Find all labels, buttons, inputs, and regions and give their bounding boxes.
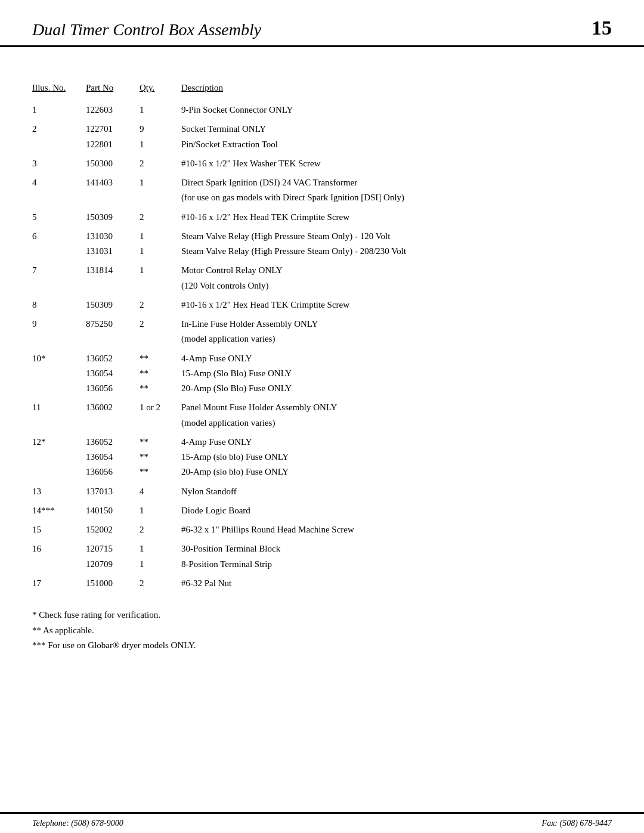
cell-partno xyxy=(86,416,140,431)
cell-qty: 1 xyxy=(140,171,181,190)
cell-partno: 152002 xyxy=(86,518,140,537)
cell-qty: 4 xyxy=(140,480,181,499)
cell-illus xyxy=(32,278,86,293)
footnotes: * Check fuse rating for verification. **… xyxy=(32,608,612,654)
cell-partno: 150309 xyxy=(86,206,140,225)
cell-desc: 9-Pin Socket Connector ONLY xyxy=(181,103,612,117)
cell-qty: 1 xyxy=(140,557,181,572)
cell-partno xyxy=(86,190,140,205)
cell-qty: 1 xyxy=(140,137,181,152)
cell-desc: 20-Amp (slo blo) Fuse ONLY xyxy=(181,465,612,479)
page-container: Dual Timer Control Box Assembly 15 Illus… xyxy=(0,0,644,833)
cell-desc: #10-16 x 1/2" Hex Washer TEK Screw xyxy=(181,152,612,171)
cell-partno xyxy=(86,332,140,346)
cell-desc: #6-32 x 1" Phillips Round Head Machine S… xyxy=(181,518,612,537)
cell-desc: 30-Position Terminal Block xyxy=(181,537,612,556)
cell-qty: 1 xyxy=(140,244,181,259)
col-header-qty: Qty. xyxy=(140,83,181,103)
cell-desc: In-Line Fuse Holder Assembly ONLY xyxy=(181,312,612,332)
cell-desc: Pin/Socket Extraction Tool xyxy=(181,137,612,152)
table-row: 51503092#10-16 x 1/2" Hex Head TEK Crimp… xyxy=(32,206,612,225)
table-row: (model application varies) xyxy=(32,332,612,346)
cell-illus: 8 xyxy=(32,293,86,312)
cell-partno: 136056 xyxy=(86,465,140,479)
cell-partno: 140150 xyxy=(86,499,140,518)
cell-illus: 3 xyxy=(32,152,86,171)
table-row: 151520022#6-32 x 1" Phillips Round Head … xyxy=(32,518,612,537)
cell-illus xyxy=(32,332,86,346)
table-row: 136054**15-Amp (Slo Blo) Fuse ONLY xyxy=(32,366,612,381)
table-row: 136056**20-Amp (Slo Blo) Fuse ONLY xyxy=(32,381,612,396)
cell-desc: (model application varies) xyxy=(181,332,612,346)
cell-illus: 15 xyxy=(32,518,86,537)
table-row: 112260319-Pin Socket Connector ONLY xyxy=(32,103,612,117)
cell-illus xyxy=(32,450,86,465)
cell-desc: Direct Spark Ignition (DSI) 24 VAC Trans… xyxy=(181,171,612,190)
bottom-footer: Telephone: (508) 678-9000 Fax: (508) 678… xyxy=(0,812,644,833)
cell-partno: 122801 xyxy=(86,137,140,152)
table-row: 171510002#6-32 Pal Nut xyxy=(32,572,612,591)
table-row: (model application varies) xyxy=(32,416,612,431)
cell-illus xyxy=(32,190,86,205)
cell-qty: 2 xyxy=(140,206,181,225)
cell-illus xyxy=(32,366,86,381)
table-row: 14***1401501Diode Logic Board xyxy=(32,499,612,518)
cell-desc: #10-16 x 1/2" Hex Head TEK Crimptite Scr… xyxy=(181,293,612,312)
cell-qty: ** xyxy=(140,465,181,479)
cell-qty: 2 xyxy=(140,293,181,312)
cell-partno: 136056 xyxy=(86,381,140,396)
cell-qty: 9 xyxy=(140,117,181,137)
table-row: 71318141Motor Control Relay ONLY xyxy=(32,259,612,278)
cell-desc: 15-Amp (slo blo) Fuse ONLY xyxy=(181,450,612,465)
cell-desc: (120 Volt controls Only) xyxy=(181,278,612,293)
table-row: 41414031Direct Spark Ignition (DSI) 24 V… xyxy=(32,171,612,190)
cell-qty: 2 xyxy=(140,152,181,171)
cell-partno: 120715 xyxy=(86,537,140,556)
cell-qty: 1 xyxy=(140,499,181,518)
cell-desc: Motor Control Relay ONLY xyxy=(181,259,612,278)
cell-desc: 8-Position Terminal Strip xyxy=(181,557,612,572)
table-row: (120 Volt controls Only) xyxy=(32,278,612,293)
cell-illus xyxy=(32,137,86,152)
cell-qty: ** xyxy=(140,347,181,366)
cell-partno xyxy=(86,278,140,293)
footnote-2: ** As applicable. xyxy=(32,623,612,639)
cell-partno: 137013 xyxy=(86,480,140,499)
cell-qty: ** xyxy=(140,381,181,396)
table-row: 1228011Pin/Socket Extraction Tool xyxy=(32,137,612,152)
cell-partno: 136002 xyxy=(86,396,140,415)
cell-illus: 13 xyxy=(32,480,86,499)
cell-qty: 1 or 2 xyxy=(140,396,181,415)
table-row: 31503002#10-16 x 1/2" Hex Washer TEK Scr… xyxy=(32,152,612,171)
cell-qty xyxy=(140,332,181,346)
cell-qty: 1 xyxy=(140,537,181,556)
cell-desc: Steam Valve Relay (High Pressure Steam O… xyxy=(181,244,612,259)
cell-partno: 150309 xyxy=(86,293,140,312)
cell-partno: 120709 xyxy=(86,557,140,572)
cell-desc: #6-32 Pal Nut xyxy=(181,572,612,591)
table-header-row: Illus. No. Part No Qty. Description xyxy=(32,83,612,103)
cell-qty: 2 xyxy=(140,312,181,332)
cell-illus xyxy=(32,244,86,259)
cell-partno: 122701 xyxy=(86,117,140,137)
cell-partno: 136052 xyxy=(86,347,140,366)
cell-partno: 131030 xyxy=(86,225,140,244)
cell-qty: 1 xyxy=(140,259,181,278)
top-header: Dual Timer Control Box Assembly 15 xyxy=(0,0,644,47)
cell-desc: 4-Amp Fuse ONLY xyxy=(181,347,612,366)
cell-partno: 150300 xyxy=(86,152,140,171)
table-row: (for use on gas models with Direct Spark… xyxy=(32,190,612,205)
main-content: Illus. No. Part No Qty. Description 1122… xyxy=(0,47,644,701)
cell-illus: 17 xyxy=(32,572,86,591)
table-row: 81503092#10-16 x 1/2" Hex Head TEK Crimp… xyxy=(32,293,612,312)
cell-desc: (model application varies) xyxy=(181,416,612,431)
cell-qty xyxy=(140,190,181,205)
footnote-3: *** For use on Globar® dryer models ONLY… xyxy=(32,638,612,654)
cell-illus: 7 xyxy=(32,259,86,278)
cell-desc: Diode Logic Board xyxy=(181,499,612,518)
cell-desc: Socket Terminal ONLY xyxy=(181,117,612,137)
table-row: 10*136052**4-Amp Fuse ONLY xyxy=(32,347,612,366)
cell-illus: 4 xyxy=(32,171,86,190)
footer-telephone: Telephone: (508) 678-9000 xyxy=(32,819,123,828)
cell-desc: 4-Amp Fuse ONLY xyxy=(181,431,612,450)
